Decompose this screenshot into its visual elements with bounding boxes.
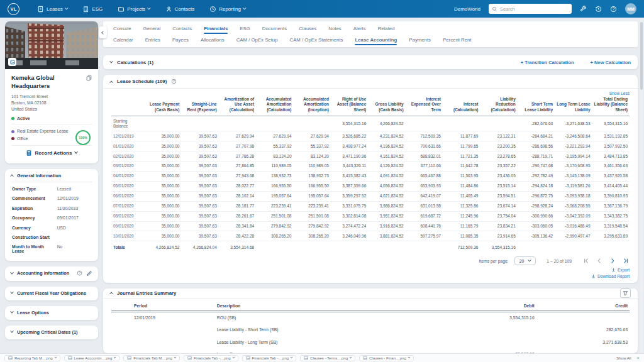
close-downloads-bar-icon[interactable]: × [637,356,640,361]
copy-icon[interactable] [86,75,92,81]
download-item[interactable]: Reporting Tab M....png [4,355,60,361]
chevron-up-icon[interactable] [109,292,113,296]
show-all-downloads-link[interactable]: Show All [616,356,631,360]
schedule-cell: 597,275.97 [406,231,443,241]
nav-item-reporting[interactable]: Reporting [209,6,245,13]
field-value: 12/01/2019 [57,196,92,200]
schedule-cell: 712,509.35 [406,131,443,141]
wrench-icon[interactable] [580,6,587,13]
nav-item-projects[interactable]: Projects [118,6,150,13]
schedule-cell: 110,989.05 [294,162,331,172]
download-item[interactable]: Clauses - Finan....png [359,355,414,361]
lease-options-section[interactable]: Lease Options [5,306,98,320]
chevron-down-icon[interactable] [109,60,113,63]
property-card: Kemeka Global Headquarters 101 Tremont S… [5,21,98,163]
nav-item-esg[interactable]: ESG [82,6,103,13]
download-item[interactable]: Financials Tab -....png [184,355,238,361]
primary-tab[interactable]: Clauses [299,26,316,31]
record-actions-button[interactable]: Record Actions [11,146,92,161]
schedule-cell: 3,484,713.85 [592,151,630,162]
general-information-header[interactable]: General Information [11,173,92,182]
search-input[interactable] [500,6,569,12]
schedule-cell: 27,629.94 [219,131,256,141]
secondary-tab[interactable]: CAM / OpEx Statements [290,37,343,43]
history-icon[interactable] [595,6,602,13]
primary-tab[interactable]: Contacts [172,26,192,31]
schedule-cell: 35,000.00 [144,131,181,141]
transition-calculation-button[interactable]: + Transition Calculation [521,60,574,65]
secondary-tab[interactable]: CAM / OpEx Setup [236,37,278,43]
secondary-tab[interactable]: Percent Rent [443,37,472,43]
last-page-button[interactable] [622,257,630,265]
schedule-cell: 23,674.14 [480,201,517,211]
schedule-cell: 07/01/2020 [111,201,144,211]
sidebar-collapse-handle[interactable] [99,26,107,38]
download-item[interactable]: Lease Accountin....png [64,355,120,361]
schedule-column-header: Interest (Calculation) [443,96,480,116]
help-icon[interactable] [171,79,177,84]
secondary-tab[interactable]: Allocations [201,37,225,43]
schedule-cell: -303,060.05 [518,221,555,231]
global-search[interactable] [489,4,572,14]
primary-tab[interactable]: ESG [240,26,250,31]
schedule-cell: 3,554,315.16 [331,116,368,131]
accounting-information-section[interactable]: Accounting Information [5,266,98,281]
secondary-tab[interactable]: Lease Accounting [355,37,397,43]
field-value: Leased [57,187,92,191]
new-calculation-button[interactable]: + New Calculation [591,60,631,65]
filter-button[interactable] [620,288,631,298]
nav-item-leases[interactable]: Leases [37,6,67,13]
secondary-tab[interactable]: Payments [409,37,431,43]
browser-downloads-bar: Reporting Tab M....png Lease Accountin..… [0,353,644,362]
description-column-header: Description [215,300,448,312]
journal-period-cell [111,336,215,348]
download-report-button[interactable]: Download Report [591,274,630,278]
gallery-icon[interactable] [8,58,16,66]
page-body: Kemeka Global Headquarters 101 Tremont S… [0,18,644,353]
primary-tab[interactable]: Documents [262,26,287,31]
org-name[interactable]: DemoWorld [454,6,480,12]
schedule-cell [480,116,517,131]
secondary-tab[interactable]: Calendar [113,37,133,43]
secondary-tab[interactable]: Payees [172,37,189,43]
chevron-down-icon [232,356,235,358]
schedule-cell: -282,676.63 [518,116,555,131]
primary-tab[interactable]: Financials [204,26,228,31]
items-per-page-select[interactable]: 20 [514,256,536,265]
export-button[interactable]: Export [611,268,630,272]
show-less-link[interactable]: Show Less [103,89,638,96]
primary-tab[interactable]: General [143,26,161,31]
help-icon[interactable] [77,270,82,276]
previous-page-button[interactable] [596,257,603,265]
vertical-scrollbar[interactable] [640,20,643,351]
nav-item-contacts[interactable]: Contacts [165,6,195,13]
download-item[interactable]: Financials Tab M....png [123,355,180,361]
schedule-cell: 223,239.41 [256,201,293,211]
lease-schedule-section: Lease Schedule (109) Show Less Lease Pay… [103,75,638,283]
schedule-cell: 35,000.00 [144,141,181,151]
next-page-button[interactable] [609,257,616,265]
first-page-button[interactable] [582,257,590,265]
primary-tab[interactable]: Console [113,26,131,31]
download-item[interactable]: Clauses - Terms....png [300,355,355,361]
secondary-tab[interactable]: Entries [145,37,160,43]
download-item[interactable]: Financials Tab -....png [242,355,297,361]
journal-entries-title[interactable]: Journal Entries Summary [117,290,176,296]
current-fiscal-year-obligations-section[interactable]: Current Fiscal Year Obligations [5,287,98,300]
chevron-down-icon [65,6,68,9]
scrollbar-thumb[interactable] [640,22,643,90]
lease-schedule-title[interactable]: Lease Schedule (109) [117,79,167,84]
building-photo-image [5,21,98,69]
primary-tab[interactable]: Notes [328,26,341,31]
help-icon[interactable] [610,6,617,13]
app-logo[interactable]: VL [8,3,19,15]
chevron-down-icon [528,258,531,262]
user-avatar[interactable]: MM [625,3,636,14]
chevron-up-icon[interactable] [109,80,113,84]
upcoming-critical-dates-section[interactable]: Upcoming Critical Dates (1) [5,326,98,339]
primary-tab[interactable]: Related [378,26,395,31]
calculations-title[interactable]: Calculations (1) [117,60,153,65]
edit-pencil-icon[interactable] [86,270,92,277]
primary-tab[interactable]: Alerts [353,26,366,31]
schedule-cell: 23,200.35 [480,141,517,151]
